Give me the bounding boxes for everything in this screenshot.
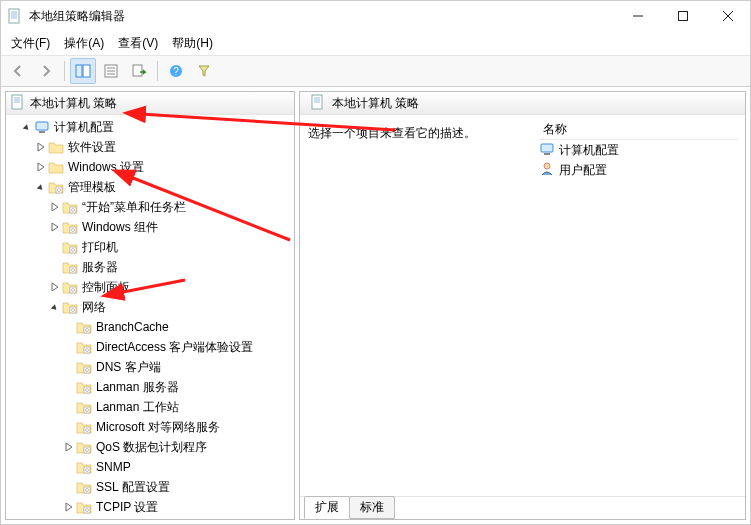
tree-body[interactable]: 计算机配置软件设置Windows 设置管理模板“开始”菜单和任务栏Windows…	[6, 115, 294, 519]
menubar: 文件(F) 操作(A) 查看(V) 帮助(H)	[1, 31, 750, 56]
expander-closed-icon[interactable]	[62, 502, 76, 512]
description-text: 选择一个项目来查看它的描述。	[308, 126, 476, 140]
svg-rect-45	[70, 307, 76, 313]
user-icon	[539, 161, 555, 180]
folder-cfg-icon	[48, 179, 64, 195]
tab-standard[interactable]: 标准	[349, 496, 395, 519]
tree-item-snmp[interactable]: SNMP	[6, 457, 294, 477]
description-panel: 选择一个项目来查看它的描述。	[300, 115, 533, 496]
list-item[interactable]: 计算机配置	[539, 140, 739, 160]
tree-item-tcpip[interactable]: TCPIP 设置	[6, 497, 294, 517]
svg-rect-60	[84, 407, 90, 413]
svg-marker-24	[49, 143, 63, 153]
svg-rect-39	[70, 267, 76, 273]
tree-item-wincomp[interactable]: Windows 组件	[6, 217, 294, 237]
maximize-button[interactable]	[660, 1, 705, 31]
toolbar: ?	[1, 56, 750, 87]
close-button[interactable]	[705, 1, 750, 31]
svg-rect-66	[84, 447, 90, 453]
details-pane: 本地计算机 策略 选择一个项目来查看它的描述。 名称 计算机配置	[299, 91, 746, 520]
expander-closed-icon[interactable]	[48, 202, 62, 212]
filter-button[interactable]	[191, 58, 217, 84]
menu-action[interactable]: 操作(A)	[58, 33, 110, 54]
minimize-button[interactable]	[615, 1, 660, 31]
folder-cfg-icon	[76, 419, 92, 435]
expander-closed-icon[interactable]	[48, 222, 62, 232]
tree-item-bc[interactable]: BranchCache	[6, 317, 294, 337]
tree-item-label: QoS 数据包计划程序	[96, 439, 207, 456]
details-title: 本地计算机 策略	[332, 95, 419, 112]
expander-closed-icon[interactable]	[62, 442, 76, 452]
tree-item-admtpl[interactable]: 管理模板	[6, 177, 294, 197]
svg-rect-48	[84, 327, 90, 333]
tree-root-label: 本地计算机 策略	[30, 95, 117, 112]
tree-item-comp[interactable]: 计算机配置	[6, 117, 294, 137]
tree-item-lanw[interactable]: Lanman 工作站	[6, 397, 294, 417]
export-list-button[interactable]	[126, 58, 152, 84]
help-button[interactable]: ?	[163, 58, 189, 84]
tree-item-label: Lanman 工作站	[96, 399, 179, 416]
folder-cfg-icon	[76, 499, 92, 515]
menu-view[interactable]: 查看(V)	[112, 33, 164, 54]
expander-open-icon[interactable]	[20, 122, 34, 132]
folder-cfg-icon	[76, 399, 92, 415]
tree-item-label: DNS 客户端	[96, 359, 161, 376]
back-button[interactable]	[5, 58, 31, 84]
tree-item-dns[interactable]: DNS 客户端	[6, 357, 294, 377]
tree-item-winset[interactable]: Windows 设置	[6, 157, 294, 177]
tree-item-label: 网络	[82, 299, 106, 316]
tree-item-label: Lanman 服务器	[96, 379, 179, 396]
tree-item-label: 服务器	[82, 259, 118, 276]
svg-rect-15	[133, 65, 142, 76]
folder-cfg-icon	[62, 279, 78, 295]
menu-file[interactable]: 文件(F)	[5, 33, 56, 54]
list-panel: 名称 计算机配置 用户配置	[533, 115, 745, 496]
tree-item-printer[interactable]: 打印机	[6, 237, 294, 257]
tab-strip: 扩展 标准	[300, 496, 745, 519]
computer-icon	[34, 119, 50, 135]
svg-rect-9	[76, 65, 82, 77]
folder-cfg-icon	[76, 319, 92, 335]
titlebar: 本地组策略编辑器	[1, 1, 750, 31]
tree-item-label: Windows 设置	[68, 159, 144, 176]
tree-item-start[interactable]: “开始”菜单和任务栏	[6, 197, 294, 217]
tree-item-lans[interactable]: Lanman 服务器	[6, 377, 294, 397]
tree-item-soft[interactable]: 软件设置	[6, 137, 294, 157]
show-hide-tree-button[interactable]	[70, 58, 96, 84]
tree-item-label: Microsoft 对等网络服务	[96, 419, 220, 436]
expander-open-icon[interactable]	[48, 302, 62, 312]
policy-icon	[10, 94, 26, 113]
expander-open-icon[interactable]	[34, 182, 48, 192]
folder-cfg-icon	[62, 239, 78, 255]
expander-closed-icon[interactable]	[34, 142, 48, 152]
tree-item-server[interactable]: 服务器	[6, 257, 294, 277]
svg-marker-25	[49, 163, 63, 173]
expander-closed-icon[interactable]	[48, 282, 62, 292]
tree-item-msp2p[interactable]: Microsoft 对等网络服务	[6, 417, 294, 437]
tree-item-qos[interactable]: QoS 数据包计划程序	[6, 437, 294, 457]
folder-cfg-icon	[62, 199, 78, 215]
tree-item-label: SSL 配置设置	[96, 479, 170, 496]
tree-item-da[interactable]: DirectAccess 客户端体验设置	[6, 337, 294, 357]
menu-help[interactable]: 帮助(H)	[166, 33, 219, 54]
folder-cfg-icon	[76, 459, 92, 475]
tree-header: 本地计算机 策略	[6, 92, 294, 115]
folder-icon	[48, 159, 64, 175]
svg-rect-75	[84, 507, 90, 513]
tree-item-ssl[interactable]: SSL 配置设置	[6, 477, 294, 497]
svg-rect-54	[84, 367, 90, 373]
tab-extended[interactable]: 扩展	[304, 496, 350, 519]
svg-rect-27	[56, 187, 62, 193]
properties-button[interactable]	[98, 58, 124, 84]
tree-item-label: TCPIP 设置	[96, 499, 158, 516]
column-name[interactable]: 名称	[539, 119, 739, 139]
tree-item-ctrlpnl[interactable]: 控制面板	[6, 277, 294, 297]
folder-cfg-icon	[76, 339, 92, 355]
tree-item-network[interactable]: 网络	[6, 297, 294, 317]
tree-item-label: Windows 组件	[82, 219, 158, 236]
forward-button[interactable]	[33, 58, 59, 84]
list-item[interactable]: 用户配置	[539, 160, 739, 180]
folder-cfg-icon	[76, 479, 92, 495]
folder-cfg-icon	[76, 439, 92, 455]
expander-closed-icon[interactable]	[34, 162, 48, 172]
